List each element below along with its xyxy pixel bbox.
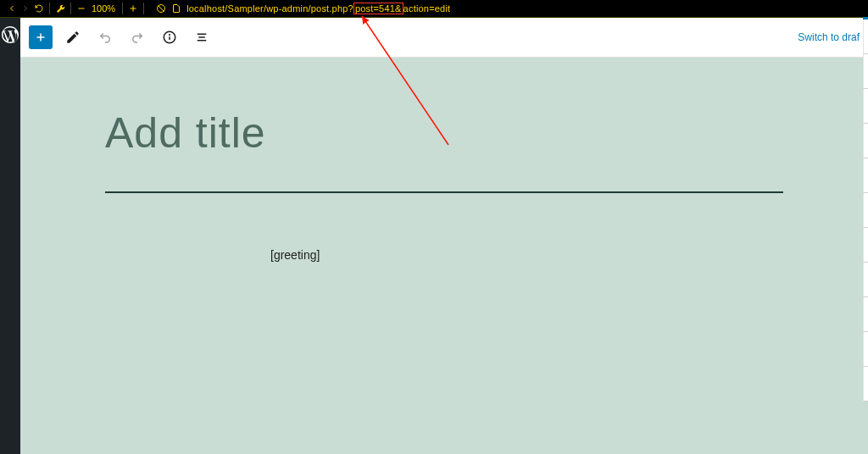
post-title-input[interactable]: Add title bbox=[105, 108, 783, 158]
shortcode-block[interactable]: [greeting] bbox=[270, 248, 320, 262]
svg-point-9 bbox=[170, 35, 170, 36]
outline-button[interactable] bbox=[190, 25, 214, 49]
separator bbox=[70, 3, 71, 14]
forward-icon[interactable] bbox=[19, 2, 32, 15]
url-text: localhost/Sampler/wp-admin/post.php?post… bbox=[186, 3, 450, 14]
add-block-button[interactable] bbox=[29, 25, 53, 49]
zoom-out-icon[interactable] bbox=[75, 2, 88, 15]
page-icon bbox=[171, 3, 181, 14]
info-button[interactable] bbox=[158, 25, 181, 49]
wp-admin-rail bbox=[0, 18, 20, 454]
horizontal-rule bbox=[105, 191, 783, 193]
svg-line-4 bbox=[159, 6, 164, 12]
redo-button[interactable] bbox=[125, 25, 149, 49]
url-highlight-box: post=541& bbox=[353, 3, 403, 14]
zoom-in-icon[interactable] bbox=[126, 2, 140, 15]
back-icon[interactable] bbox=[5, 2, 19, 15]
block-editor: Switch to draf Add title [greeting] bbox=[20, 18, 868, 454]
edit-mode-button[interactable] bbox=[61, 25, 85, 49]
address-bar[interactable]: localhost/Sampler/wp-admin/post.php?post… bbox=[156, 3, 863, 14]
editor-toolbar: Switch to draf bbox=[20, 18, 868, 58]
wrench-icon[interactable] bbox=[53, 2, 67, 15]
switch-to-draft-link[interactable]: Switch to draf bbox=[798, 31, 860, 43]
reload-icon[interactable] bbox=[32, 2, 46, 15]
wordpress-logo-icon[interactable] bbox=[0, 25, 20, 45]
separator bbox=[143, 3, 144, 14]
settings-panel-collapsed bbox=[863, 17, 868, 454]
zoom-level: 100% bbox=[92, 3, 115, 14]
separator bbox=[49, 3, 50, 14]
editor-canvas[interactable]: Add title [greeting] bbox=[20, 58, 868, 244]
undo-button[interactable] bbox=[93, 25, 117, 49]
shield-off-icon bbox=[156, 3, 166, 14]
browser-toolbar: 100% localhost/Sampler/wp-admin/post.php… bbox=[0, 0, 868, 18]
separator bbox=[122, 3, 123, 14]
